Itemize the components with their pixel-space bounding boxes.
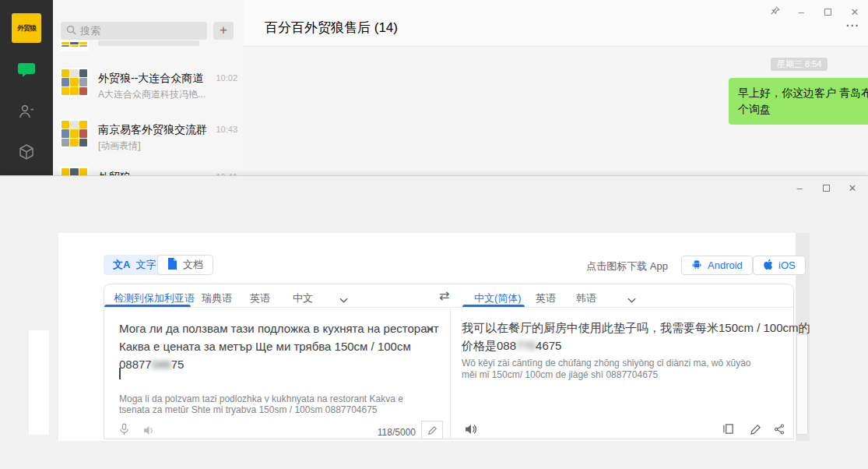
language-tabs-row: 检测到保加利亚语 瑞典语 英语 中文 ⇄ 中文(简体) 英语 韩语 bbox=[104, 284, 793, 308]
phone-part: 75 bbox=[171, 358, 184, 371]
chat-bubble-icon bbox=[17, 61, 36, 83]
tab-text-mode[interactable]: 文A 文字 bbox=[104, 255, 165, 275]
phone-part: 价格是088 bbox=[462, 339, 516, 352]
group-avatar bbox=[60, 41, 89, 51]
pin-icon[interactable] bbox=[767, 5, 782, 20]
translation-line: 价格是0887704675 bbox=[462, 339, 561, 354]
phone-redacted: 770 bbox=[516, 339, 536, 352]
chevron-down-icon[interactable] bbox=[627, 293, 636, 307]
phone-part: 4675 bbox=[536, 339, 561, 352]
tab-document-mode[interactable]: 文档 bbox=[157, 255, 213, 275]
active-tab-underline bbox=[462, 305, 525, 307]
copy-translation-icon[interactable] bbox=[721, 421, 735, 436]
message-text: 早上好，你这边客户 青岛布瑞特橡塑制品有限公司 昨天来了一个询盘 bbox=[738, 86, 868, 115]
minimize-button[interactable]: – bbox=[793, 5, 809, 20]
active-tab-underline bbox=[104, 305, 191, 307]
scrollbar-thumb[interactable] bbox=[796, 334, 808, 435]
edit-source-button[interactable] bbox=[421, 421, 443, 439]
clipped-text bbox=[98, 41, 199, 46]
transliteration-text: Moga li da polzvam tazi podlozhka v kukh… bbox=[119, 394, 435, 415]
download-hint: 点击图标下载 App bbox=[545, 259, 668, 273]
maximize-button[interactable] bbox=[820, 5, 835, 20]
android-icon bbox=[691, 259, 702, 272]
translate-icon: 文A bbox=[113, 258, 130, 272]
source-lang-detected[interactable]: 检测到保加利亚语 bbox=[114, 291, 195, 305]
date-badge: 星期三 8:54 bbox=[771, 58, 828, 71]
ios-label: iOS bbox=[778, 259, 796, 271]
target-lang-tab-active[interactable]: 中文(简体) bbox=[474, 291, 522, 305]
conversation-panel: 百分百外贸狼售后 (14) 星期三 8:54 早上好，你这边客户 青岛布瑞特橡塑… bbox=[244, 0, 868, 176]
source-lang-tab[interactable]: 中文 bbox=[293, 291, 313, 305]
share-translation-icon[interactable] bbox=[772, 422, 786, 436]
chat-title: 南京易客外贸狼交流群 bbox=[98, 123, 207, 137]
contacts-icon bbox=[18, 103, 35, 123]
contacts-nav-button[interactable] bbox=[0, 103, 53, 123]
swap-languages-button[interactable]: ⇄ bbox=[439, 288, 449, 303]
target-lang-tab[interactable]: 韩语 bbox=[576, 291, 596, 305]
microphone-icon[interactable] bbox=[117, 422, 131, 436]
apple-icon bbox=[763, 259, 773, 273]
screenshot-root: 外贸狼 搜索 + bbox=[0, 0, 868, 469]
phone-redacted: 046 bbox=[152, 358, 171, 371]
more-menu-button[interactable]: ⋯ bbox=[842, 20, 863, 34]
page-background-strip bbox=[29, 330, 49, 435]
user-avatar[interactable]: 外贸狼 bbox=[12, 13, 41, 43]
translate-card: 检测到保加利亚语 瑞典语 英语 中文 ⇄ 中文(简体) 英语 韩语 Мог bbox=[104, 284, 794, 439]
source-text-line[interactable]: Каква е цената за метър Ще ми трябва 150… bbox=[119, 340, 411, 353]
chat-title: 外贸狼--大连合众商道 bbox=[98, 72, 203, 86]
collections-nav-button[interactable] bbox=[0, 143, 53, 164]
android-label: Android bbox=[708, 259, 743, 271]
translator-minimize-button[interactable]: – bbox=[792, 181, 807, 196]
group-avatar bbox=[60, 68, 89, 97]
ios-button[interactable]: iOS bbox=[753, 256, 806, 275]
list-item-partial[interactable] bbox=[53, 0, 244, 42]
chat-time: 10:43 bbox=[216, 125, 237, 134]
translator-maximize-button[interactable] bbox=[818, 181, 834, 196]
chat-preview: A大连合众商道科技冯艳... bbox=[98, 88, 206, 101]
translation-line: 我可以在餐厅的厨房中使用此垫子吗，我需要每米150cm / 100cm的 bbox=[462, 321, 810, 336]
group-avatar bbox=[60, 119, 89, 148]
clear-source-button[interactable]: ✕ bbox=[425, 323, 435, 337]
listen-source-icon[interactable] bbox=[142, 423, 156, 437]
translator-close-button[interactable]: ✕ bbox=[845, 181, 860, 196]
chat-nav-button[interactable] bbox=[0, 61, 53, 83]
source-lang-tab[interactable]: 英语 bbox=[250, 291, 270, 305]
card-divider bbox=[450, 308, 451, 439]
collections-box-icon bbox=[18, 143, 35, 164]
text-cursor bbox=[119, 368, 121, 379]
chat-time: 10:02 bbox=[216, 73, 237, 83]
conversation-title: 百分百外贸狼售后 (14) bbox=[265, 19, 398, 37]
target-lang-tab[interactable]: 英语 bbox=[536, 291, 556, 305]
list-item[interactable]: 外贸狼--大连合众商道 10:02 A大连合众商道科技冯艳... bbox=[53, 67, 244, 115]
suggest-edit-icon[interactable] bbox=[748, 422, 762, 436]
chevron-down-icon[interactable] bbox=[339, 293, 348, 307]
phone-part: 08877 bbox=[119, 358, 152, 371]
message-bubble: 早上好，你这边客户 青岛布瑞特橡塑制品有限公司 昨天来了一个询盘 bbox=[729, 78, 868, 125]
source-text-line[interactable]: 0887704675 bbox=[119, 358, 184, 371]
source-lang-tab[interactable]: 瑞典语 bbox=[202, 291, 232, 305]
document-icon bbox=[167, 258, 177, 272]
list-item[interactable]: 南京易客外贸狼交流群 10:43 [动画表情] bbox=[53, 118, 244, 167]
char-counter: 118/5000 bbox=[369, 427, 416, 438]
chat-list-panel: 搜索 + 外贸狼--大连合众商道 10:02 A大连合众商道科技冯艳... bbox=[53, 0, 244, 176]
listen-translation-icon[interactable] bbox=[464, 422, 478, 436]
source-text-line[interactable]: Мога ли да ползвам тази подложка в кухня… bbox=[119, 322, 439, 335]
android-button[interactable]: Android bbox=[681, 256, 753, 275]
pinyin-text: Wǒ kěyǐ zài cāntīng de chúfáng zhōng shǐ… bbox=[462, 358, 767, 381]
text-mode-label: 文字 bbox=[135, 258, 156, 272]
doc-mode-label: 文档 bbox=[183, 258, 203, 272]
chat-preview: [动画表情] bbox=[98, 139, 141, 153]
translator-window: – ✕ 文A 文字 文档 点击图标下载 App bbox=[0, 175, 868, 469]
